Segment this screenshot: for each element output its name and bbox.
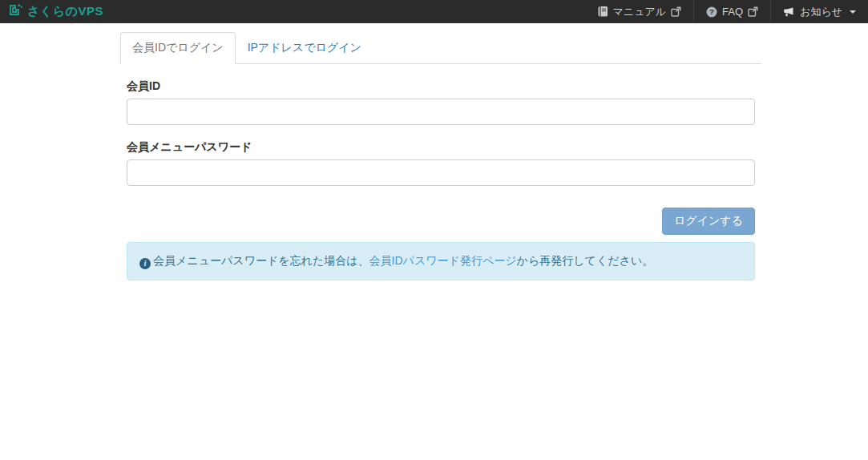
member-id-label: 会員ID (127, 79, 160, 94)
login-form: 会員ID 会員メニューパスワード ログインする i会員メニューパスワードを忘れた… (120, 64, 761, 280)
external-link-icon (671, 6, 681, 17)
megaphone-icon (783, 6, 795, 18)
sakura-pixel-logo-icon (8, 2, 23, 21)
tab-ip-login[interactable]: IPアドレスでログイン (236, 32, 373, 64)
alert-text-after: から再発行してください。 (517, 254, 654, 267)
member-id-input[interactable] (127, 99, 755, 125)
book-icon (597, 6, 608, 18)
brand-title: さくらのVPS (27, 4, 103, 19)
form-actions: ログインする (127, 208, 755, 235)
external-link-icon (748, 6, 758, 17)
nav-item-label: マニュアル (613, 5, 667, 19)
nav-item-label: FAQ (722, 6, 743, 18)
login-panel: 会員IDでログイン IPアドレスでログイン 会員ID 会員メニューパスワード ロ… (120, 32, 761, 280)
login-button[interactable]: ログインする (662, 208, 755, 235)
brand-link[interactable]: さくらのVPS (0, 0, 111, 23)
tab-member-id-login[interactable]: 会員IDでログイン (120, 32, 236, 64)
password-input[interactable] (127, 159, 755, 186)
member-id-group: 会員ID (127, 79, 755, 125)
password-reissue-link[interactable]: 会員IDパスワード発行ページ (369, 254, 517, 267)
caret-down-icon (850, 10, 856, 14)
nav-item-news-dropdown[interactable]: お知らせ (770, 0, 868, 23)
password-group: 会員メニューパスワード (127, 139, 755, 186)
password-label: 会員メニューパスワード (127, 140, 252, 155)
info-circle-icon: i (139, 258, 151, 269)
svg-text:?: ? (709, 7, 714, 16)
login-tabs: 会員IDでログイン IPアドレスでログイン (120, 32, 761, 64)
nav-item-label: お知らせ (800, 5, 842, 19)
password-reset-alert: i会員メニューパスワードを忘れた場合は、会員IDパスワード発行ページから再発行し… (127, 242, 755, 280)
alert-text-before: 会員メニューパスワードを忘れた場合は、 (153, 254, 369, 267)
nav-item-manual[interactable]: マニュアル (585, 0, 694, 23)
navbar-links: マニュアル ? FAQ (585, 0, 868, 23)
top-navbar: さくらのVPS マニュアル ? (0, 0, 868, 23)
nav-item-faq[interactable]: ? FAQ (693, 0, 770, 23)
question-circle-icon: ? (706, 6, 717, 18)
